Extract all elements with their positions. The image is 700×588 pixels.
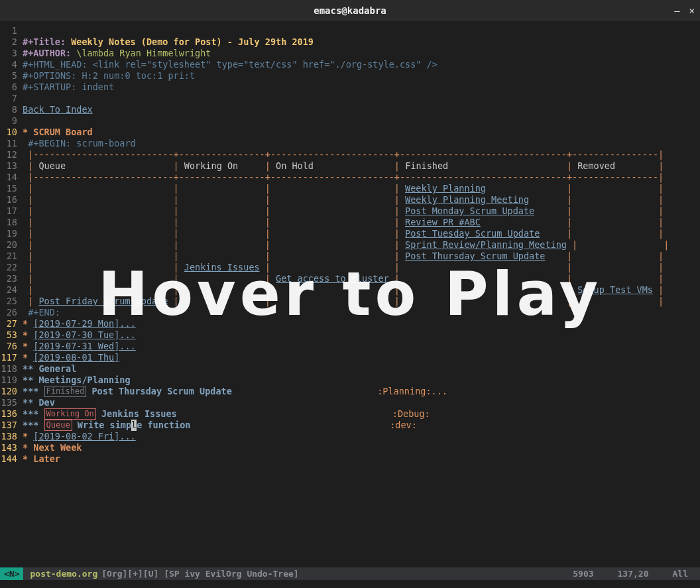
code-line[interactable]: #+END: (23, 307, 669, 318)
line-number: 4 (0, 59, 17, 70)
line-number: 119 (0, 375, 17, 386)
line-number: 2 (0, 36, 17, 48)
code-line[interactable]: *** Finished Post Thursday Scrum Update … (23, 386, 669, 397)
code-line[interactable]: #+AUTHOR: \lambda Ryan Himmelwright (23, 48, 669, 59)
scroll-percent: All (661, 569, 700, 579)
line-number: 18 (0, 217, 17, 228)
window-controls: — × (674, 0, 695, 21)
line-number: 144 (0, 453, 17, 465)
modeline: <N> post-demo.org [Org][+][U] [SP ivy Ev… (0, 567, 700, 580)
code-line[interactable]: | | | | Weekly Planning | | (23, 183, 669, 194)
evil-state: <N> (0, 567, 23, 580)
line-number-gutter: 1234567891011121314151617181920212223242… (0, 25, 20, 465)
line-number: 8 (0, 104, 17, 115)
line-number: 20 (0, 239, 17, 251)
code-line[interactable] (23, 93, 669, 104)
char-count: 5903 (561, 569, 605, 579)
org-link[interactable]: Back To Index (23, 104, 93, 115)
code-line[interactable]: Back To Index (23, 104, 669, 115)
code-line[interactable]: | Post Friday Scrum Update | | | | | (23, 296, 669, 307)
code-line[interactable] (23, 115, 669, 127)
code-line[interactable]: | | | | Weekly Planning Meeting | | (23, 194, 669, 206)
code-line[interactable]: * Next Week (23, 442, 669, 453)
code-line[interactable]: | | | Get access to cluster | | | (23, 273, 669, 284)
org-link[interactable]: Sprint Review/Planning Meeting (405, 239, 567, 251)
org-link[interactable]: Weekly Planning (405, 183, 486, 194)
code-line[interactable]: |--------------------------+------------… (23, 149, 669, 160)
line-number: 19 (0, 228, 17, 239)
line-number: 135 (0, 397, 17, 408)
org-link[interactable]: Setup Test VMs (577, 284, 653, 296)
code-line[interactable]: |--------------------------+------------… (23, 172, 669, 183)
line-number: 76 (0, 341, 17, 352)
line-number: 53 (0, 329, 17, 341)
line-number: 13 (0, 160, 17, 172)
org-link[interactable]: [2019-08-02 Fri]... (33, 431, 135, 442)
org-link[interactable]: [2019-07-30 Tue]... (33, 329, 135, 341)
code-line[interactable]: #+BEGIN: scrum-board (23, 138, 669, 149)
code-line[interactable]: #+STARTUP: indent (23, 82, 669, 93)
line-number: 7 (0, 93, 17, 104)
line-number: 137 (0, 420, 17, 431)
line-number: 9 (0, 115, 17, 127)
buffer-filename: post-demo.org (23, 569, 97, 579)
code-area[interactable]: #+Title: Weekly Notes (Demo for Post) - … (20, 25, 669, 465)
line-number: 24 (0, 284, 17, 296)
code-line[interactable]: ** Dev (23, 397, 669, 408)
code-line[interactable]: | | Jenkins Issues | | | | (23, 262, 669, 273)
org-link[interactable]: [2019-08-01 Thu] (33, 352, 119, 363)
code-line[interactable]: * SCRUM Board (23, 127, 669, 138)
window-title: emacs@kadabra (314, 5, 386, 16)
line-number: 1 (0, 25, 17, 36)
line-number: 16 (0, 194, 17, 206)
code-line[interactable]: | | | | Sprint Review/Planning Meeting |… (23, 239, 669, 251)
code-line[interactable]: | | | | Review PR #ABC | | (23, 217, 669, 228)
org-link[interactable]: Jenkins Issues (184, 262, 260, 273)
code-line[interactable]: ** General (23, 363, 669, 375)
org-link[interactable]: [2019-07-29 Mon]... (33, 318, 135, 329)
line-number: 22 (0, 262, 17, 273)
code-line[interactable]: * [2019-07-29 Mon]... (23, 318, 669, 329)
window-titlebar: emacs@kadabra — × (0, 0, 700, 21)
editor-area[interactable]: 1234567891011121314151617181920212223242… (0, 21, 700, 465)
line-number: 136 (0, 408, 17, 420)
code-line[interactable]: * [2019-07-31 Wed]... (23, 341, 669, 352)
code-line[interactable]: * Later (23, 453, 669, 465)
line-number: 6 (0, 82, 17, 93)
org-link[interactable]: Post Tuesday Scrum Update (405, 228, 540, 239)
line-number: 27 (0, 318, 17, 329)
minimize-icon[interactable]: — (674, 5, 679, 16)
code-line[interactable]: ** Meetings/Planning (23, 375, 669, 386)
code-line[interactable]: #+Title: Weekly Notes (Demo for Post) - … (23, 36, 669, 48)
code-line[interactable]: | | | | Post Thursday Scrum Update | | (23, 251, 669, 262)
line-number: 138 (0, 431, 17, 442)
org-link[interactable]: Review PR #ABC (405, 217, 481, 228)
code-line[interactable]: | | | | Post Tuesday Scrum Update | | (23, 228, 669, 239)
line-number: 3 (0, 48, 17, 59)
code-line[interactable]: * [2019-08-02 Fri]... (23, 431, 669, 442)
line-number: 14 (0, 172, 17, 183)
code-line[interactable]: * [2019-08-01 Thu] (23, 352, 669, 363)
org-link[interactable]: Get access to cluster (276, 273, 389, 284)
code-line[interactable]: *** Working On Jenkins Issues :Debug: (23, 408, 669, 420)
code-line[interactable]: | Queue | Working On | On Hold | Finishe… (23, 160, 669, 172)
org-link[interactable]: [2019-07-31 Wed]... (33, 341, 135, 352)
code-line[interactable]: #+OPTIONS: H:2 num:0 toc:1 pri:t (23, 70, 669, 82)
line-number: 23 (0, 273, 17, 284)
line-number: 15 (0, 183, 17, 194)
org-link[interactable]: Weekly Planning Meeting (405, 194, 529, 206)
line-number: 11 (0, 138, 17, 149)
line-number: 25 (0, 296, 17, 307)
code-line[interactable]: | | | | | Setup Test VMs | (23, 284, 669, 296)
close-icon[interactable]: × (689, 5, 695, 16)
line-number: 21 (0, 251, 17, 262)
code-line[interactable]: * [2019-07-30 Tue]... (23, 329, 669, 341)
org-link[interactable]: Post Monday Scrum Update (405, 206, 534, 217)
code-line[interactable]: | | | | Post Monday Scrum Update | | (23, 206, 669, 217)
minor-modes: [Org][+][U] [SP ivy EvilOrg Undo-Tree] (97, 569, 298, 579)
org-link[interactable]: Post Friday Scrum Update (38, 296, 168, 307)
org-link[interactable]: Post Thursday Scrum Update (405, 251, 545, 262)
code-line[interactable]: #+HTML_HEAD: <link rel="stylesheet" type… (23, 59, 669, 70)
code-line[interactable]: *** Queue Write simple function :dev: (23, 420, 669, 431)
code-line[interactable] (23, 25, 669, 36)
